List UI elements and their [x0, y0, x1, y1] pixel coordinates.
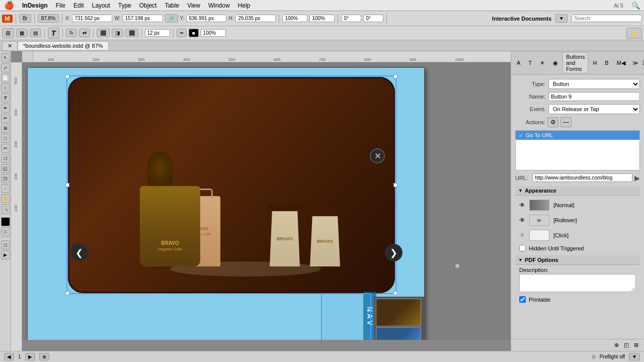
description-input[interactable]	[519, 274, 636, 292]
url-input[interactable]	[532, 173, 632, 182]
gradient-feather[interactable]: ◳	[1, 174, 10, 183]
preview-btn[interactable]: ▶	[1, 250, 10, 259]
grid-btn[interactable]: ⊞	[2, 28, 14, 38]
goto-page-btn[interactable]: ⊕	[39, 353, 49, 360]
remove-action-btn[interactable]: —	[560, 117, 572, 127]
menu-layout[interactable]: Layout	[92, 2, 110, 9]
pdf-options-header[interactable]: ▼ PDF Options	[515, 255, 640, 265]
menu-help[interactable]: Help	[238, 2, 251, 9]
panel-tab-b[interactable]: B	[601, 58, 612, 67]
name-input[interactable]	[548, 92, 640, 101]
apple-menu[interactable]: 🍎	[4, 1, 14, 10]
click-state-item[interactable]: 👁 [Click]	[515, 228, 640, 243]
fill-color[interactable]: ■	[1, 217, 10, 226]
panel-tab-a[interactable]: A	[513, 58, 524, 67]
pct3-input[interactable]	[201, 29, 226, 37]
menu-edit[interactable]: Edit	[73, 2, 84, 9]
panel-footer-btn1[interactable]: ⊕	[613, 341, 620, 349]
close-button[interactable]: ✕	[370, 148, 385, 163]
align-center[interactable]: ◨	[112, 29, 123, 37]
rect-tool[interactable]: □	[1, 134, 10, 143]
appearance-header[interactable]: ▼ Appearance	[515, 186, 640, 196]
handle-tr[interactable]	[393, 74, 397, 78]
panel-tab-m[interactable]: M◀	[613, 58, 629, 68]
rect-frame-tool[interactable]: ⊞	[1, 124, 10, 133]
stroke-color[interactable]: □	[1, 227, 10, 236]
url-go-btn[interactable]: ▶	[634, 174, 640, 182]
flash-btn[interactable]: ⚡	[626, 28, 642, 39]
y-input[interactable]	[186, 15, 226, 22]
type-tool-left[interactable]: T	[1, 94, 10, 103]
document-tab[interactable]: *boundless-website.indd @ 87%	[18, 41, 109, 50]
pen-tool[interactable]: ✒	[1, 104, 10, 113]
type-select[interactable]: Button Check Box Combo Box	[548, 79, 640, 89]
search-icon[interactable]: 🔍	[631, 2, 640, 10]
free-transform[interactable]: ⬡	[1, 154, 10, 163]
panel-tab-buttons[interactable]: Buttons and Forms	[562, 52, 588, 73]
panel-menu-btn[interactable]: ☰	[641, 59, 644, 67]
align-right[interactable]: ⬛	[125, 29, 138, 37]
scissors-tool[interactable]: ✂	[1, 144, 10, 153]
rollover-state-item[interactable]: 👁 Br [Rollover]	[515, 213, 640, 228]
type-tool[interactable]: T	[48, 28, 59, 39]
normal-eye-icon[interactable]: 👁	[519, 202, 525, 209]
zoom-tool-left[interactable]: 🔍	[1, 204, 10, 213]
zoom-btn[interactable]: 87.8%	[38, 14, 59, 23]
close-tab-btn[interactable]: ✕	[2, 41, 18, 50]
goto-url-item[interactable]: ✓ Go To URL	[516, 131, 639, 140]
stroke-btn[interactable]: ━	[177, 29, 187, 37]
menu-type[interactable]: Type	[118, 2, 131, 9]
page-tool[interactable]: 📄	[1, 73, 10, 82]
pt-size-input[interactable]	[145, 29, 170, 37]
panel-footer-btn3[interactable]: ⊞	[632, 341, 640, 349]
next-arrow[interactable]: ❯	[385, 244, 403, 261]
gradient-tool[interactable]: ◱	[1, 164, 10, 173]
angle1-input[interactable]	[341, 15, 361, 22]
add-action-btn[interactable]: ⚙	[547, 117, 558, 127]
normal-state-item[interactable]: 👁 [Normal]	[515, 198, 640, 213]
gap-tool[interactable]: ↕	[1, 83, 10, 93]
handle-bl[interactable]	[65, 291, 69, 295]
panel-footer-btn2[interactable]: ◰	[622, 341, 630, 349]
click-eye-icon[interactable]: 👁	[519, 232, 525, 239]
frame-mode[interactable]: ◻	[1, 240, 10, 249]
pct2-input[interactable]	[309, 15, 335, 22]
pencil-tool[interactable]: ✏	[1, 114, 10, 123]
printable-checkbox[interactable]	[519, 296, 526, 303]
hidden-checkbox[interactable]	[519, 245, 526, 251]
panel-tab-circle[interactable]: ◉	[549, 58, 561, 68]
event-select[interactable]: On Release or Tap On Click On Roll Over	[548, 104, 640, 114]
transform-btn[interactable]: ↻	[66, 29, 77, 37]
w-input[interactable]	[123, 15, 163, 22]
menu-table[interactable]: Table	[165, 2, 179, 9]
handle-tl[interactable]	[65, 74, 69, 78]
panel-tab-h[interactable]: H	[589, 58, 600, 67]
prev-arrow[interactable]: ❮	[70, 244, 88, 261]
panel-expand-btn[interactable]: ≫	[631, 59, 640, 67]
search-bar[interactable]	[572, 15, 642, 22]
x-input[interactable]	[72, 15, 112, 22]
interactive-docs-dropdown[interactable]: ▼	[555, 14, 568, 23]
menu-file[interactable]: File	[56, 2, 65, 9]
thumb-1[interactable]	[376, 299, 421, 326]
document-canvas[interactable]: BRAVOOrganic Café BRAVOOrganic Café	[22, 62, 511, 340]
bridge-btn[interactable]: Br	[19, 14, 31, 23]
lock-btn[interactable]: 🔗	[165, 14, 178, 23]
main-image-frame[interactable]: BRAVOOrganic Café BRAVOOrganic Café	[68, 77, 395, 293]
handle-br[interactable]	[393, 291, 397, 295]
direct-select-tool[interactable]: ⤢	[1, 63, 10, 72]
eyedropper-tool[interactable]: 💉	[1, 184, 10, 193]
angle2-input[interactable]	[363, 15, 383, 22]
thumb-2[interactable]	[376, 327, 421, 340]
view-btn[interactable]: ▦	[16, 29, 28, 37]
pct1-input[interactable]	[282, 15, 307, 22]
menu-window[interactable]: Window	[208, 2, 230, 9]
preflight-dropdown[interactable]: ▼	[629, 353, 640, 360]
panel-tab-t[interactable]: T	[525, 58, 535, 67]
panel-tab-sun[interactable]: ☀	[536, 58, 548, 68]
align-left[interactable]: ⬛	[97, 29, 110, 37]
hand-tool[interactable]: ✋	[1, 194, 10, 203]
fill-btn[interactable]: ■	[189, 29, 199, 37]
menu-object[interactable]: Object	[139, 2, 157, 9]
next-page-btn[interactable]: ▶	[25, 353, 35, 360]
